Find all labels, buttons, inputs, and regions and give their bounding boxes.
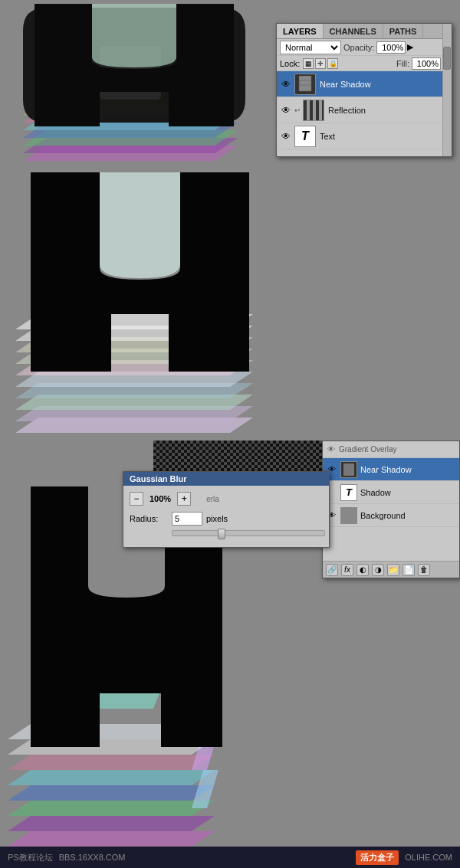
eye-icon-near-shadow[interactable]: 👁 bbox=[280, 78, 292, 90]
folder-icon[interactable]: 📁 bbox=[387, 564, 399, 576]
gradient-overlay-row: 👁 Gradient Overlay bbox=[323, 441, 459, 458]
layer-thumb-sm-shadow: T bbox=[340, 484, 357, 501]
blur-slider-thumb[interactable] bbox=[218, 529, 225, 539]
panel-tabs-1: LAYERS CHANNELS PATHS ≡ bbox=[277, 24, 452, 39]
lock-pixels-icon[interactable]: ▦ bbox=[303, 58, 314, 69]
watermark: PS教程论坛 BBS.16XX8.COM 活力盒子 OLIHE.COM bbox=[0, 847, 460, 868]
tab-channels[interactable]: CHANNELS bbox=[324, 24, 383, 38]
tab-layers[interactable]: LAYERS bbox=[277, 24, 324, 38]
overlay-label: erla bbox=[206, 495, 219, 503]
mask-icon[interactable]: ◐ bbox=[356, 564, 369, 576]
svg-marker-29 bbox=[8, 785, 215, 801]
layers-panel-1: LAYERS CHANNELS PATHS ≡ Normal Opacity: … bbox=[276, 23, 452, 157]
layer-name-near-shadow: Near Shadow bbox=[320, 80, 449, 89]
layer-thumb-reflection bbox=[303, 100, 324, 121]
eye-icon-gradient[interactable]: 👁 bbox=[326, 444, 337, 455]
layer-item-sm-shadow[interactable]: T Shadow bbox=[323, 481, 459, 504]
scrollbar-1[interactable] bbox=[442, 24, 452, 156]
layer-name-reflection: Reflection bbox=[328, 106, 449, 115]
blur-zoom-row: − 100% + erla bbox=[130, 492, 323, 506]
opacity-input[interactable] bbox=[376, 41, 406, 54]
layer-thumb-sm-background bbox=[340, 507, 357, 524]
opacity-arrow[interactable]: ▶ bbox=[407, 42, 413, 52]
link-icon[interactable]: 🔗 bbox=[326, 564, 338, 576]
lock-row: Lock: ▦ ✛ 🔒 Fill: ▶ bbox=[277, 56, 452, 71]
blur-slider[interactable] bbox=[172, 530, 325, 536]
letter-a-svg-2 bbox=[0, 165, 460, 441]
svg-marker-31 bbox=[8, 755, 215, 770]
fill-label: Fill: bbox=[396, 59, 409, 68]
layer-thumb-sm-near-shadow bbox=[340, 461, 357, 478]
layer-name-text: Text bbox=[320, 132, 440, 141]
zoom-plus-btn[interactable]: + bbox=[177, 492, 191, 506]
radius-label: Radius: bbox=[130, 514, 172, 523]
eye-icon-text[interactable]: 👁 bbox=[280, 130, 292, 142]
section3: Gaussian Blur − 100% + erla Radius: pixe… bbox=[0, 441, 460, 868]
zoom-minus-btn[interactable]: − bbox=[130, 492, 143, 506]
layers-panel-3: 👁 Gradient Overlay 👁 Near Shadow T Shado… bbox=[322, 441, 460, 578]
layer-item-text[interactable]: 👁 T Text fx bbox=[277, 123, 452, 149]
section2 bbox=[0, 165, 460, 441]
layer-thumb-text: T bbox=[294, 126, 316, 147]
svg-marker-28 bbox=[8, 801, 215, 816]
lock-label: Lock: bbox=[280, 59, 300, 68]
layer-name-sm-near-shadow: Near Shadow bbox=[360, 465, 456, 474]
layer-item-sm-near-shadow[interactable]: 👁 Near Shadow bbox=[323, 458, 459, 481]
new-layer-icon[interactable]: 📄 bbox=[402, 564, 415, 576]
link-icon-reflection: ↩ bbox=[294, 106, 301, 114]
svg-marker-26 bbox=[8, 831, 215, 847]
radius-unit: pixels bbox=[206, 514, 228, 523]
layer-name-sm-background: Background bbox=[360, 511, 456, 520]
layer-name-sm-shadow: Shadow bbox=[360, 488, 456, 497]
layer-item-near-shadow[interactable]: 👁 Near Shadow bbox=[277, 71, 452, 97]
fill-input[interactable] bbox=[412, 57, 441, 70]
scrollbar-thumb-1[interactable] bbox=[443, 47, 451, 70]
layer-item-reflection[interactable]: 👁 ↩ Reflection bbox=[277, 97, 452, 123]
layer-thumb-near-shadow bbox=[294, 74, 316, 95]
radius-input[interactable] bbox=[172, 512, 202, 526]
zoom-value: 100% bbox=[143, 494, 177, 503]
blur-body: − 100% + erla Radius: pixels bbox=[123, 486, 329, 542]
blur-radius-row: Radius: pixels bbox=[130, 512, 323, 526]
lock-move-icon[interactable]: ✛ bbox=[315, 58, 326, 69]
tab-paths[interactable]: PATHS bbox=[383, 24, 424, 38]
watermark-logo: 活力盒子 bbox=[356, 850, 399, 865]
lock-all-icon[interactable]: 🔒 bbox=[327, 58, 338, 69]
panel-footer-3: 🔗 fx ◐ ◑ 📁 📄 🗑 bbox=[323, 561, 459, 578]
watermark-left: PS教程论坛 bbox=[8, 852, 53, 863]
blend-opacity-row: Normal Opacity: ▶ bbox=[277, 39, 452, 56]
gradient-overlay-label: Gradient Overlay bbox=[339, 445, 397, 454]
watermark-middle: BBS.16XX8.COM bbox=[59, 853, 126, 862]
blur-dialog: Gaussian Blur − 100% + erla Radius: pixe… bbox=[123, 471, 330, 548]
layer-item-sm-background[interactable]: 👁 Background bbox=[323, 504, 459, 527]
watermark-site: OLIHE.COM bbox=[405, 853, 452, 862]
adjust-icon[interactable]: ◑ bbox=[372, 564, 384, 576]
blur-title: Gaussian Blur bbox=[123, 472, 329, 486]
section1: LAYERS CHANNELS PATHS ≡ Normal Opacity: … bbox=[0, 0, 460, 165]
eye-icon-reflection[interactable]: 👁 bbox=[280, 104, 292, 116]
fx-icon[interactable]: fx bbox=[341, 564, 353, 576]
opacity-label: Opacity: bbox=[343, 43, 374, 52]
blend-mode-dropdown[interactable]: Normal bbox=[280, 41, 341, 54]
canvas-area-2 bbox=[0, 165, 460, 441]
trash-icon[interactable]: 🗑 bbox=[418, 564, 430, 576]
watermark-right: 活力盒子 OLIHE.COM bbox=[356, 850, 452, 865]
svg-marker-30 bbox=[8, 770, 215, 785]
svg-marker-27 bbox=[8, 816, 215, 831]
